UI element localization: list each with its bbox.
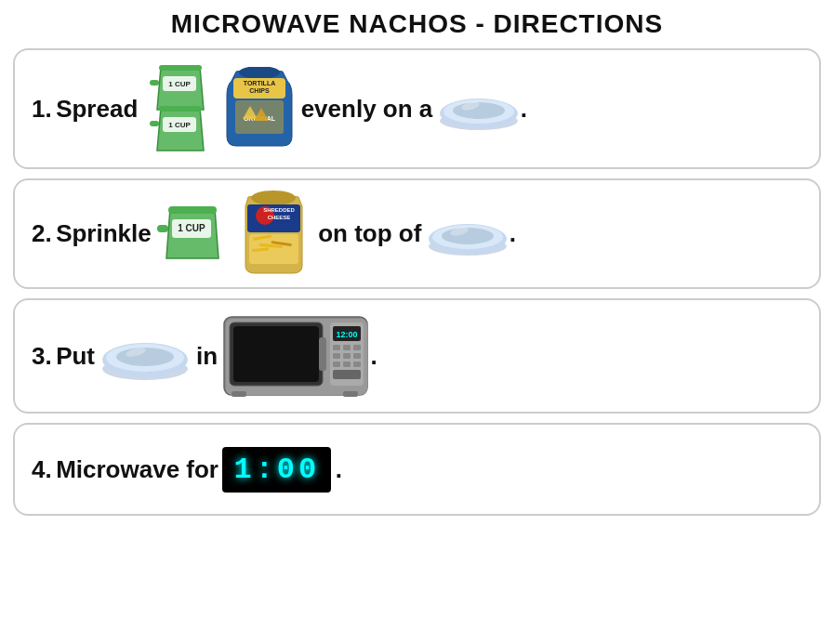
svg-point-25 (251, 191, 296, 205)
svg-rect-60 (343, 361, 351, 367)
step-3-card: 3. Put in 12:00 (13, 298, 821, 414)
measuring-cup-bottom: 1 CUP (148, 100, 213, 158)
step-4-prefix: Microwave for (56, 455, 218, 484)
two-measuring-cups: 1 CUP 1 CUP (148, 59, 213, 158)
svg-text:1 CUP: 1 CUP (168, 121, 191, 129)
step-3-end: . (371, 342, 377, 371)
timer-display: 1:00 (222, 447, 331, 493)
step-2-prefix: Sprinkle (56, 219, 152, 248)
step-1-end: . (521, 95, 527, 124)
step-3-prefix: Put (56, 342, 95, 371)
svg-rect-0 (150, 80, 159, 85)
step-1-number: 1. (32, 95, 52, 124)
svg-rect-5 (159, 106, 202, 112)
svg-rect-55 (353, 345, 361, 350)
step-3-middle: in (196, 342, 218, 371)
step-1-prefix: Spread (56, 95, 138, 124)
svg-rect-1 (159, 65, 202, 71)
svg-text:TORTILLA: TORTILLA (244, 80, 275, 86)
svg-rect-59 (333, 361, 340, 367)
step-2-suffix: on top of (318, 219, 421, 248)
svg-rect-21 (157, 225, 168, 232)
svg-text:CHIPS: CHIPS (250, 87, 271, 94)
svg-rect-63 (232, 391, 246, 397)
plate-step3 (99, 330, 192, 382)
svg-rect-4 (150, 121, 159, 126)
step-2-number: 2. (32, 219, 52, 248)
step-1-suffix: evenly on a (301, 95, 433, 124)
plate-step2 (426, 211, 510, 257)
step-2-end: . (510, 219, 516, 248)
svg-text:12:00: 12:00 (336, 330, 357, 339)
svg-text:1 CUP: 1 CUP (178, 223, 205, 233)
step-4-card: 4. Microwave for 1:00 . (13, 423, 821, 516)
shredded-cheese-bag: SHREDDED CHEESE (239, 190, 309, 278)
svg-text:SHREDDED: SHREDDED (263, 207, 295, 213)
plate-step1 (437, 85, 521, 132)
step-4-end: . (336, 455, 342, 484)
microwave: 12:00 (222, 309, 371, 402)
measuring-cup-single: 1 CUP (155, 203, 230, 266)
svg-rect-61 (353, 361, 361, 367)
svg-rect-56 (333, 353, 340, 359)
step-2-card: 2. Sprinkle 1 CUP SHREDDED CHEESE on top… (13, 178, 821, 289)
svg-rect-58 (353, 353, 361, 359)
page-title: MICROWAVE NACHOS - DIRECTIONS (13, 9, 821, 39)
svg-rect-22 (168, 206, 217, 214)
svg-text:CHEESE: CHEESE (267, 215, 290, 220)
tortilla-chips-bag: TORTILLA CHIPS ORIGINAL (222, 67, 297, 151)
svg-rect-53 (333, 345, 340, 350)
svg-rect-62 (333, 370, 361, 379)
svg-rect-64 (343, 391, 358, 397)
step-1-card: 1. Spread 1 CUP 1 CUP (13, 48, 821, 169)
svg-rect-49 (319, 337, 326, 371)
svg-text:1 CUP: 1 CUP (168, 80, 191, 88)
step-3-number: 3. (32, 342, 52, 371)
svg-rect-48 (233, 326, 319, 382)
svg-rect-54 (343, 345, 351, 350)
svg-rect-57 (343, 353, 351, 359)
step-4-number: 4. (32, 455, 52, 484)
